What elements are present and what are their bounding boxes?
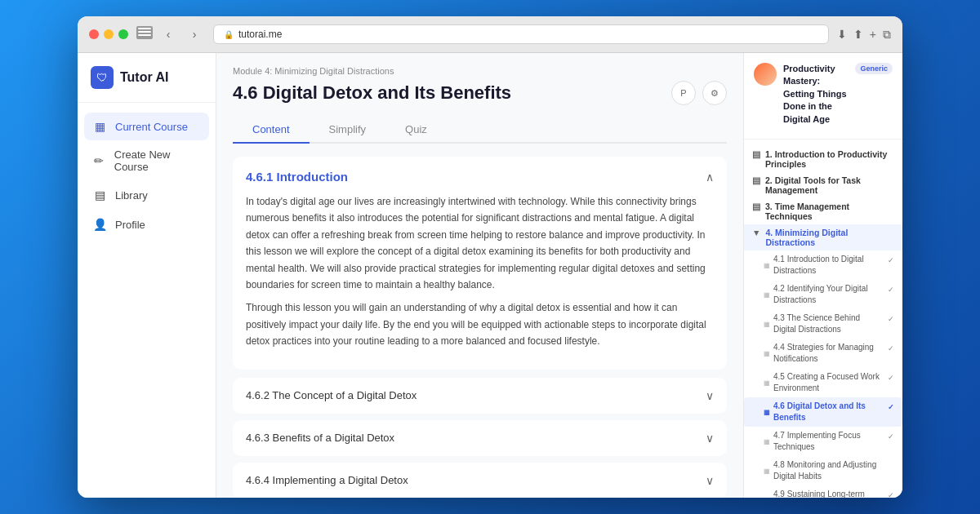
sidebar: 🛡 Tutor AI ▦ Current Course ✏ Create New… <box>78 53 216 498</box>
toc-item-4-2-check: ✓ <box>888 285 894 295</box>
accordion-concept-chevron-icon: ∨ <box>706 389 714 402</box>
toc-item-4-8-label: 4.8 Monitoring and Adjusting Digital Hab… <box>773 459 894 482</box>
course-title: Productivity Mastery: Getting Things Don… <box>783 63 849 126</box>
lesson-title: 4.6 Digital Detox and Its Benefits <box>233 82 511 104</box>
intro-section-title: 4.6.1 Introduction <box>246 170 348 184</box>
toc-item-4-1-label: 4.1 Introduction to Digital Distractions <box>773 254 884 277</box>
main-content: Module 4: Minimizing Digital Distraction… <box>216 53 743 498</box>
toc-section-1[interactable]: ▤ 1. Introduction to Productivity Princi… <box>744 146 902 172</box>
toc-item-4-3-label: 4.3 The Science Behind Digital Distracti… <box>773 312 884 335</box>
toc-item-4-2-label: 4.2 Identifying Your Digital Distraction… <box>773 283 884 306</box>
tabs-icon[interactable]: ⧉ <box>883 28 891 42</box>
current-course-icon: ▦ <box>92 119 107 134</box>
library-icon: ▤ <box>92 188 107 202</box>
toc-section-3[interactable]: ▤ 3. Time Management Techniques <box>744 198 902 224</box>
toc-item-4-6[interactable]: ▦ 4.6 Digital Detox and Its Benefits ✓ <box>744 397 902 427</box>
toc-section-4-label: 4. Minimizing Digital Distractions <box>765 228 894 247</box>
toc-item-4-5-icon: ▦ <box>764 379 770 388</box>
accordion-benefits-title: 4.6.3 Benefits of a Digital Detox <box>246 432 394 444</box>
toc-section-4-icon: ▼ <box>752 228 760 237</box>
accordion-implementing-title: 4.6.4 Implementing a Digital Detox <box>246 474 408 486</box>
lesson-actions: P ⚙ <box>671 81 727 105</box>
logo-text: Tutor AI <box>120 70 169 85</box>
accordion-benefits[interactable]: 4.6.3 Benefits of a Digital Detox ∨ <box>233 420 727 456</box>
create-course-icon: ✏ <box>92 153 106 168</box>
course-avatar <box>754 63 777 86</box>
accordion-concept-title: 4.6.2 The Concept of a Digital Detox <box>246 389 416 401</box>
sidebar-item-label-library: Library <box>115 189 148 202</box>
lock-icon: 🔒 <box>224 30 234 39</box>
settings-icon-btn[interactable]: ⚙ <box>702 81 727 105</box>
traffic-lights <box>89 29 128 39</box>
sidebar-item-profile[interactable]: 👤 Profile <box>84 210 209 238</box>
toc-item-4-1-check: ✓ <box>888 255 894 266</box>
tab-quiz[interactable]: Quiz <box>385 117 447 144</box>
sidebar-item-label-create-course: Create New Course <box>114 148 201 173</box>
download-icon[interactable]: ⬇ <box>837 28 847 41</box>
sidebar-item-label-current-course: Current Course <box>115 121 188 133</box>
toc-item-4-1-icon: ▦ <box>764 261 770 270</box>
toc-item-4-4-icon: ▦ <box>764 349 770 358</box>
tab-simplify[interactable]: Simplify <box>310 117 386 144</box>
breadcrumb: Module 4: Minimizing Digital Distraction… <box>233 66 727 76</box>
accordion-implementing[interactable]: 4.6.4 Implementing a Digital Detox ∨ <box>233 463 727 498</box>
back-button[interactable]: ‹ <box>158 26 179 42</box>
toc-item-4-5-label: 4.5 Creating a Focused Work Environment <box>773 371 884 394</box>
toc-section-3-icon: ▤ <box>752 202 760 211</box>
intro-section: 4.6.1 Introduction ∧ In today's digital … <box>233 157 727 370</box>
forward-button[interactable]: › <box>184 26 205 42</box>
logo: 🛡 Tutor AI <box>78 66 216 103</box>
address-bar[interactable]: 🔒 tutorai.me <box>213 24 829 44</box>
toc-item-4-1[interactable]: ▦ 4.1 Introduction to Digital Distractio… <box>744 250 902 280</box>
sidebar-item-current-course[interactable]: ▦ Current Course <box>84 113 209 140</box>
toc-section-4[interactable]: ▼ 4. Minimizing Digital Distractions <box>744 224 902 250</box>
toc-item-4-4[interactable]: ▦ 4.4 Strategies for Managing Notificati… <box>744 339 902 368</box>
maximize-button[interactable] <box>118 29 128 39</box>
lesson-title-row: 4.6 Digital Detox and Its Benefits P ⚙ <box>233 81 727 105</box>
generic-badge: Generic <box>855 63 893 74</box>
toc-item-4-9-icon: ▦ <box>764 496 770 498</box>
intro-section-content: In today's digital age our lives are inc… <box>246 193 714 350</box>
toc-item-4-9[interactable]: ▦ 4.9 Sustaining Long-term Focus ✓ <box>744 485 902 498</box>
browser-actions: ⬇ ⬆ + ⧉ <box>837 28 891 42</box>
toc-item-4-3-icon: ▦ <box>764 320 770 329</box>
profile-icon: 👤 <box>92 217 107 232</box>
browser-nav: ‹ › <box>136 26 205 42</box>
toc-item-4-3[interactable]: ▦ 4.3 The Science Behind Digital Distrac… <box>744 309 902 339</box>
toc-item-4-7[interactable]: ▦ 4.7 Implementing Focus Techniques ✓ <box>744 427 902 456</box>
toc-item-4-5-check: ✓ <box>888 373 894 383</box>
intro-section-header[interactable]: 4.6.1 Introduction ∧ <box>246 170 714 184</box>
intro-chevron-icon: ∧ <box>706 171 714 184</box>
toc-section-3-label: 3. Time Management Techniques <box>765 202 894 221</box>
sidebar-nav: ▦ Current Course ✏ Create New Course ▤ L… <box>78 113 216 238</box>
toc-item-4-8-icon: ▦ <box>764 467 770 476</box>
toc-item-4-4-check: ✓ <box>888 343 894 354</box>
toc-item-4-4-label: 4.4 Strategies for Managing Notification… <box>773 342 884 365</box>
toc-item-4-6-check: ✓ <box>888 402 894 413</box>
toc-item-4-7-label: 4.7 Implementing Focus Techniques <box>773 430 884 453</box>
toc-item-4-7-icon: ▦ <box>764 437 770 446</box>
toc-item-4-6-label: 4.6 Digital Detox and Its Benefits <box>773 401 884 423</box>
tab-content[interactable]: Content <box>233 117 310 144</box>
minimize-button[interactable] <box>104 29 114 39</box>
accordion-implementing-chevron-icon: ∨ <box>706 474 714 487</box>
accordion-concept[interactable]: 4.6.2 The Concept of a Digital Detox ∨ <box>233 378 727 414</box>
toc-section-2[interactable]: ▤ 2. Digital Tools for Task Management <box>744 172 902 198</box>
toc-item-4-2-icon: ▦ <box>764 290 770 299</box>
toc-section-2-label: 2. Digital Tools for Task Management <box>765 175 894 195</box>
close-button[interactable] <box>89 29 99 39</box>
sidebar-item-library[interactable]: ▤ Library <box>84 181 209 209</box>
share-icon[interactable]: ⬆ <box>853 28 863 41</box>
sidebar-item-create-course[interactable]: ✏ Create New Course <box>84 142 209 179</box>
toc-item-4-9-label: 4.9 Sustaining Long-term Focus <box>773 489 884 498</box>
toc-item-4-5[interactable]: ▦ 4.5 Creating a Focused Work Environmen… <box>744 368 902 397</box>
url-text: tutorai.me <box>238 29 282 40</box>
person-icon-btn[interactable]: P <box>671 81 696 105</box>
toc-item-4-2[interactable]: ▦ 4.2 Identifying Your Digital Distracti… <box>744 280 902 309</box>
toc-section-1-label: 1. Introduction to Productivity Principl… <box>765 149 894 169</box>
toc-item-4-6-icon: ▦ <box>764 408 770 417</box>
toc-section-2-icon: ▤ <box>752 175 760 185</box>
toc-item-4-8[interactable]: ▦ 4.8 Monitoring and Adjusting Digital H… <box>744 456 902 485</box>
new-tab-icon[interactable]: + <box>870 28 876 41</box>
sidebar-toggle-icon[interactable] <box>136 26 153 39</box>
